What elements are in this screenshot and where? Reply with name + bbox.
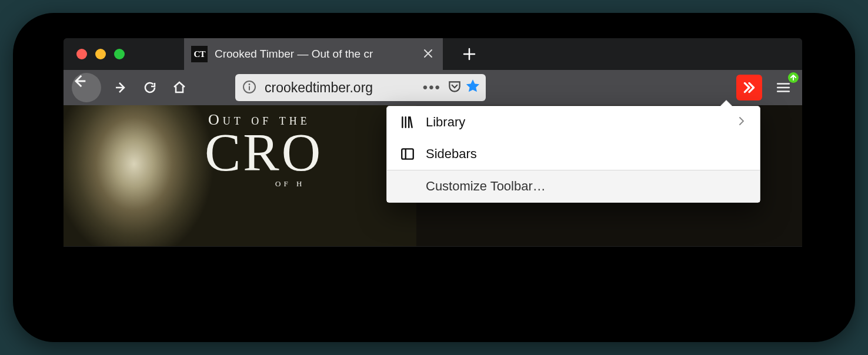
hamburger-icon [776, 80, 791, 95]
tab-bar: CT Crooked Timber — Out of the cr [64, 38, 802, 70]
svg-rect-3 [402, 149, 413, 159]
menu-item-library-label: Library [426, 115, 736, 130]
chevron-right-icon [736, 115, 747, 130]
svg-rect-2 [249, 86, 250, 91]
pocket-icon[interactable] [443, 79, 461, 96]
url-text: crookedtimber.org [258, 80, 420, 96]
forward-button[interactable] [107, 74, 134, 101]
overflow-menu-button[interactable] [736, 75, 762, 101]
minimize-window-button[interactable] [95, 49, 106, 59]
site-info-icon[interactable] [242, 80, 258, 95]
active-tab[interactable]: CT Crooked Timber — Out of the cr [184, 38, 443, 70]
url-bar[interactable]: crookedtimber.org ••• [235, 74, 486, 101]
nav-toolbar: crookedtimber.org ••• [64, 70, 802, 105]
menu-item-sidebars[interactable]: Sidebars [387, 138, 760, 170]
app-menu-button[interactable] [770, 75, 796, 101]
close-tab-button[interactable] [420, 45, 436, 63]
close-window-button[interactable] [76, 49, 87, 59]
new-tab-button[interactable] [460, 45, 478, 63]
tab-title: Crooked Timber — Out of the cr [215, 48, 420, 61]
svg-point-1 [249, 83, 251, 85]
home-button[interactable] [166, 74, 193, 101]
banner-artwork [64, 105, 416, 246]
library-icon [400, 115, 415, 130]
favicon: CT [191, 46, 208, 62]
page-actions-button[interactable]: ••• [420, 79, 443, 96]
menu-item-library[interactable]: Library [387, 106, 760, 138]
menu-item-customize-toolbar[interactable]: Customize Toolbar… [387, 170, 760, 202]
sidebar-icon [400, 146, 415, 162]
chevrons-right-icon [742, 80, 757, 95]
update-badge-icon [788, 72, 799, 83]
bookmark-star-icon[interactable] [461, 78, 479, 97]
window-controls [76, 49, 125, 59]
back-button[interactable] [72, 73, 101, 102]
zoom-window-button[interactable] [114, 49, 125, 59]
overflow-menu-popup: Library Sidebars Customize Toolbar… [386, 106, 760, 203]
reload-button[interactable] [136, 74, 163, 101]
menu-item-sidebars-label: Sidebars [426, 146, 747, 162]
menu-item-customize-label: Customize Toolbar… [426, 179, 747, 194]
